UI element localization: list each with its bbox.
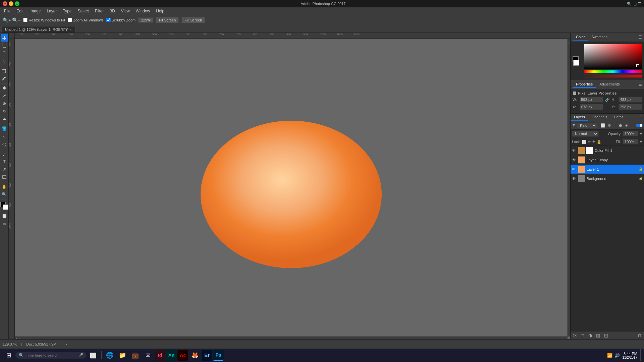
menu-file[interactable]: File	[1, 8, 13, 14]
filter-smart-icon[interactable]: ◈	[624, 123, 629, 128]
tab-layers[interactable]: Layers	[571, 114, 588, 121]
status-arrow-left[interactable]: ‹	[60, 342, 62, 346]
add-layer-style-button[interactable]: fx	[572, 333, 578, 338]
blur-tool[interactable]: ○	[1, 133, 8, 140]
firefox-icon[interactable]: 🦊	[189, 349, 201, 361]
menu-3d[interactable]: 3D	[107, 8, 117, 14]
alpha-slider[interactable]	[584, 74, 642, 78]
resize-windows-checkbox[interactable]: Resize Windows to Fit	[23, 18, 65, 22]
zoom-in-icon[interactable]: 🔍+	[3, 17, 11, 23]
scroll-arrow-left[interactable]: ‹	[16, 337, 17, 339]
add-mask-button[interactable]: ◻	[579, 333, 586, 338]
new-layer-button[interactable]: ◰	[603, 333, 609, 338]
lock-all-icon[interactable]: 🔒	[597, 140, 601, 144]
hand-tool[interactable]: ✋	[1, 183, 8, 190]
fill-input[interactable]	[623, 139, 638, 144]
layer-visibility-eye[interactable]: 👁	[572, 148, 577, 153]
background-color[interactable]	[3, 204, 8, 210]
add-adjustment-button[interactable]: ◑	[587, 333, 593, 338]
menu-image[interactable]: Image	[27, 8, 43, 14]
search-icon[interactable]: 🔍	[627, 2, 632, 6]
path-select-tool[interactable]: ↗	[1, 166, 8, 173]
layer-visibility-eye[interactable]: 👁	[572, 167, 577, 172]
scrubby-zoom-input[interactable]	[106, 18, 111, 22]
doc-tab-close[interactable]: ×	[70, 28, 72, 32]
mail-icon[interactable]: ✉	[142, 349, 154, 361]
brush-tool[interactable]	[1, 92, 8, 100]
menu-view[interactable]: View	[118, 8, 132, 14]
width-input[interactable]	[580, 97, 603, 103]
network-icon[interactable]: 📶	[607, 353, 612, 358]
filter-shape-icon[interactable]: ⬟	[618, 123, 623, 128]
taskbar-clock[interactable]: 8:44 PM 11/2/2017	[623, 352, 638, 359]
layer-row[interactable]: 👁 Background 🔒	[571, 174, 644, 183]
history-brush-tool[interactable]: ↺	[1, 108, 8, 115]
link-proportions-icon[interactable]: 🔗	[605, 98, 610, 102]
delete-layer-button[interactable]: 🗑	[636, 333, 643, 338]
menu-help[interactable]: Help	[153, 8, 167, 14]
fill-screen-button[interactable]: Fill Screen	[181, 17, 205, 23]
menu-edit[interactable]: Edit	[14, 8, 26, 14]
zoom-all-windows-checkbox[interactable]: Zoom All Windows	[68, 18, 103, 22]
color-panel-menu[interactable]: ☰	[638, 35, 642, 40]
menu-filter[interactable]: Filter	[92, 8, 107, 14]
shape-tool[interactable]	[1, 173, 8, 181]
fit-screen-button[interactable]: Fit Screen	[156, 17, 179, 23]
show-desktop-button[interactable]	[640, 349, 641, 361]
paint-bucket-tool[interactable]: 🪣	[1, 125, 8, 132]
crop-tool[interactable]	[1, 67, 8, 74]
scrubby-zoom-checkbox[interactable]: Scrubby Zoom	[106, 18, 136, 22]
canvas-scroll-bottom[interactable]: ‹ ›	[15, 337, 568, 339]
layer-row[interactable]: 👁 Layer 1 copy	[571, 155, 644, 165]
resize-windows-input[interactable]	[23, 18, 28, 22]
filter-type-icon[interactable]: T	[613, 123, 617, 128]
menu-layer[interactable]: Layer	[44, 8, 59, 14]
edge-icon[interactable]: 🌐	[104, 349, 116, 361]
text-tool[interactable]: T	[1, 158, 8, 165]
layer-row[interactable]: 👁 Layer 1 🔒	[571, 165, 644, 174]
tab-paths[interactable]: Paths	[611, 114, 627, 121]
filter-adjustment-icon[interactable]: ⚙	[607, 123, 612, 128]
tab-properties[interactable]: Properties	[573, 81, 596, 88]
layer-visibility-eye[interactable]: 👁	[572, 158, 577, 162]
canvas-document[interactable]	[15, 39, 568, 337]
zoom-out-icon[interactable]: 🔍−	[12, 17, 20, 23]
close-button[interactable]: ×	[3, 1, 7, 6]
height-input[interactable]	[619, 97, 642, 103]
layer-visibility-eye[interactable]: 👁	[572, 176, 577, 181]
taskbar-search-input[interactable]	[26, 353, 76, 357]
canvas-scroll-right[interactable]	[568, 39, 570, 337]
quick-select-tool[interactable]: ⬡	[1, 57, 8, 65]
maximize-button[interactable]: □	[15, 1, 19, 6]
tab-adjustments[interactable]: Adjustments	[596, 81, 623, 88]
opacity-input[interactable]	[623, 131, 638, 136]
layer-row[interactable]: 👁 Color Fill 1	[571, 146, 644, 155]
lock-image-icon[interactable]: ✏	[588, 140, 591, 144]
eyedropper-tool[interactable]: 💉	[1, 75, 8, 82]
taskbar-search[interactable]: 🔍 🎤	[15, 352, 87, 359]
menu-select[interactable]: Select	[75, 8, 91, 14]
y-input[interactable]	[619, 104, 642, 110]
rectangular-marquee-tool[interactable]	[1, 42, 8, 49]
screen-mode-button[interactable]: ▭	[1, 220, 8, 227]
x-input[interactable]	[580, 104, 603, 110]
quick-mask-button[interactable]: ⬜	[1, 212, 8, 220]
menu-window[interactable]: Window	[133, 8, 153, 14]
indesign-icon[interactable]: Id	[155, 350, 165, 361]
photoshop-taskbar-icon[interactable]: Ps	[213, 350, 224, 361]
animate-icon[interactable]: An	[166, 350, 177, 361]
clone-stamp-tool[interactable]: ⊕	[1, 100, 8, 107]
explorer-icon[interactable]: 📁	[116, 349, 128, 361]
eraser-tool[interactable]	[1, 115, 8, 123]
dodge-tool[interactable]: ◯	[1, 140, 8, 148]
fill-arrow[interactable]: ▼	[639, 140, 643, 144]
background-swatch[interactable]	[573, 60, 579, 66]
status-arrow-right[interactable]: ›	[66, 342, 67, 346]
move-tool[interactable]	[1, 34, 8, 42]
minimize-button[interactable]: −	[9, 1, 13, 6]
filter-toggle-switch[interactable]	[636, 124, 643, 127]
tab-swatches[interactable]: Swatches	[588, 34, 611, 41]
hue-slider[interactable]	[584, 70, 642, 73]
new-group-button[interactable]: ▥	[595, 333, 601, 338]
start-button[interactable]: ⊞	[3, 349, 15, 361]
